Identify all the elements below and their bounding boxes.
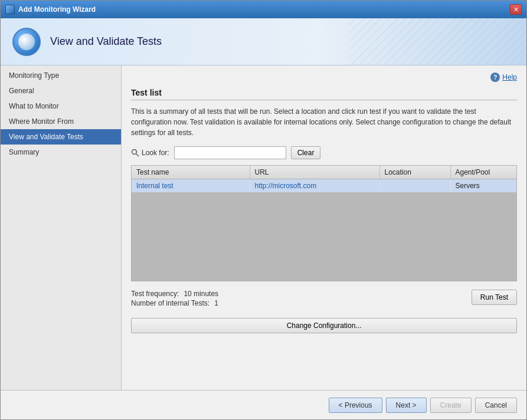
header-area: View and Validate Tests — [1, 18, 526, 65]
table-body: Internal test http://microsoft.com Serve… — [132, 179, 516, 193]
sidebar-item-summary[interactable]: Summary — [1, 145, 121, 160]
sidebar-item-view-validate-tests[interactable]: View and Validate Tests — [1, 129, 121, 145]
col-test-name: Test name — [132, 166, 250, 179]
wizard-icon-inner — [18, 34, 35, 50]
look-for-label: Look for: — [131, 149, 169, 157]
description-text: This is a summary of all tests that will… — [131, 106, 517, 138]
next-button[interactable]: Next > — [386, 398, 427, 413]
header-decoration — [349, 18, 526, 65]
sidebar-item-general[interactable]: General — [1, 83, 121, 99]
window-title: Add Monitoring Wizard — [18, 5, 96, 14]
test-frequency-value: 10 minutes — [184, 290, 218, 298]
look-for-input[interactable] — [174, 146, 286, 159]
title-bar: Add Monitoring Wizard ✕ — [1, 1, 526, 18]
col-agent-pool: Agent/Pool — [450, 166, 516, 179]
sidebar-item-what-to-monitor[interactable]: What to Monitor — [1, 99, 121, 114]
help-icon: ? — [490, 73, 500, 82]
svg-line-1 — [136, 154, 139, 156]
content-area: ? Help Test list This is a summary of al… — [122, 65, 526, 390]
num-internal-tests-row: Number of internal Tests: 1 — [131, 299, 218, 307]
help-link[interactable]: Help — [502, 73, 517, 81]
wizard-icon — [12, 28, 41, 56]
col-location: Location — [379, 166, 450, 179]
create-button[interactable]: Create — [430, 398, 472, 413]
test-table-wrapper: Test name URL Location Agent/Pool Intern… — [131, 165, 517, 281]
cell-url: http://microsoft.com — [250, 179, 379, 193]
add-monitoring-wizard-window: Add Monitoring Wizard ✕ View and Validat… — [0, 0, 527, 420]
info-left: Test frequency: 10 minutes Number of int… — [131, 290, 218, 307]
previous-button[interactable]: < Previous — [329, 398, 382, 413]
cell-agent-pool: Servers — [450, 179, 516, 193]
test-frequency-label: Test frequency: — [131, 290, 179, 298]
page-title: View and Validate Tests — [50, 35, 162, 48]
col-url: URL — [250, 166, 379, 179]
window-icon — [5, 5, 15, 14]
run-test-button[interactable]: Run Test — [472, 290, 517, 305]
footer: < Previous Next > Create Cancel — [1, 390, 526, 419]
change-configuration-button[interactable]: Change Configuration... — [131, 318, 517, 333]
close-button[interactable]: ✕ — [510, 4, 522, 15]
cell-test-name: Internal test — [132, 179, 250, 193]
title-bar-left: Add Monitoring Wizard — [5, 5, 96, 14]
sidebar-item-monitoring-type[interactable]: Monitoring Type — [1, 68, 121, 83]
clear-button[interactable]: Clear — [291, 146, 321, 159]
num-internal-tests-label: Number of internal Tests: — [131, 299, 210, 307]
svg-point-0 — [132, 150, 137, 155]
help-row: ? Help — [131, 73, 517, 82]
num-internal-tests-value: 1 — [214, 299, 218, 307]
test-frequency-row: Test frequency: 10 minutes — [131, 290, 218, 298]
sidebar-item-where-monitor-from[interactable]: Where Monitor From — [1, 114, 121, 129]
cancel-button[interactable]: Cancel — [475, 398, 517, 413]
sidebar: Monitoring Type General What to Monitor … — [1, 65, 122, 390]
table-header: Test name URL Location Agent/Pool — [132, 166, 516, 179]
table-empty-area — [132, 192, 516, 281]
test-table: Test name URL Location Agent/Pool Intern… — [132, 166, 516, 192]
section-title: Test list — [131, 88, 517, 100]
main-area: Monitoring Type General What to Monitor … — [1, 65, 526, 390]
search-icon — [131, 149, 139, 157]
look-for-row: Look for: Clear — [131, 146, 517, 159]
bottom-info: Test frequency: 10 minutes Number of int… — [131, 290, 517, 307]
cell-location — [379, 179, 450, 193]
table-row[interactable]: Internal test http://microsoft.com Serve… — [132, 179, 516, 193]
